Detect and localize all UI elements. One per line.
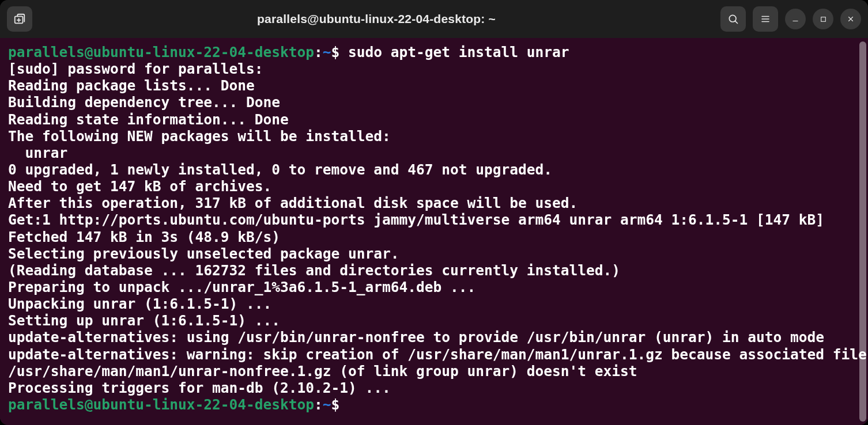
- terminal-window: parallels@ubuntu-linux-22-04-desktop: ~: [0, 0, 868, 425]
- command-text: sudo apt-get install unrar: [348, 44, 569, 60]
- svg-rect-9: [821, 17, 825, 21]
- output-line: Fetched 147 kB in 3s (48.9 kB/s): [8, 229, 280, 245]
- output-line: After this operation, 317 kB of addition…: [8, 195, 578, 211]
- titlebar: parallels@ubuntu-linux-22-04-desktop: ~: [0, 0, 868, 38]
- prompt-separator: :: [314, 44, 323, 60]
- output-line: Get:1 http://ports.ubuntu.com/ubuntu-por…: [8, 211, 824, 228]
- minimize-icon: [791, 15, 799, 23]
- terminal-output: parallels@ubuntu-linux-22-04-desktop:~$ …: [8, 44, 868, 413]
- prompt-user-host: parallels@ubuntu-linux-22-04-desktop: [8, 44, 314, 60]
- maximize-button[interactable]: [813, 9, 833, 29]
- search-button[interactable]: [720, 6, 746, 32]
- output-line: Reading package lists... Done: [8, 77, 255, 94]
- output-line: Setting up unrar (1:6.1.5-1) ...: [8, 312, 280, 329]
- output-line: Reading state information... Done: [8, 111, 289, 128]
- titlebar-right-group: [720, 6, 861, 32]
- new-tab-button[interactable]: [7, 6, 32, 32]
- output-line: Selecting previously unselected package …: [8, 245, 399, 262]
- menu-button[interactable]: [753, 6, 778, 32]
- prompt-end: $: [331, 396, 340, 413]
- output-line: Processing triggers for man-db (2.10.2-1…: [8, 380, 391, 396]
- new-tab-icon: [13, 13, 26, 25]
- output-line: update-alternatives: warning: skip creat…: [8, 346, 868, 380]
- output-line: (Reading database ... 162732 files and d…: [8, 262, 620, 279]
- output-line: [sudo] password for parallels:: [8, 60, 263, 77]
- output-line: update-alternatives: using /usr/bin/unra…: [8, 329, 824, 346]
- minimize-button[interactable]: [785, 9, 806, 29]
- hamburger-icon: [760, 14, 771, 24]
- window-title: parallels@ubuntu-linux-22-04-desktop: ~: [37, 12, 716, 26]
- output-line: Unpacking unrar (1:6.1.5-1) ...: [8, 295, 271, 312]
- terminal-body[interactable]: parallels@ubuntu-linux-22-04-desktop:~$ …: [0, 38, 868, 425]
- output-line: Building dependency tree... Done: [8, 94, 280, 111]
- output-line: 0 upgraded, 1 newly installed, 0 to remo…: [8, 161, 552, 178]
- prompt-path: ~: [323, 44, 331, 60]
- prompt-path: ~: [323, 396, 331, 413]
- maximize-icon: [820, 16, 827, 23]
- prompt-separator: :: [314, 396, 323, 413]
- scrollbar-track[interactable]: [859, 41, 866, 422]
- prompt-user-host: parallels@ubuntu-linux-22-04-desktop: [8, 396, 314, 413]
- output-line: unrar: [8, 145, 67, 161]
- close-icon: [847, 15, 855, 23]
- output-line: Need to get 147 kB of archives.: [8, 178, 271, 195]
- output-line: The following NEW packages will be insta…: [8, 128, 391, 145]
- close-button[interactable]: [840, 9, 861, 29]
- scrollbar-thumb[interactable]: [859, 41, 866, 422]
- output-line: Preparing to unpack .../unrar_1%3a6.1.5-…: [8, 279, 475, 295]
- prompt-end: $: [331, 44, 340, 60]
- search-icon: [727, 13, 739, 25]
- titlebar-left-group: [7, 6, 32, 32]
- svg-line-4: [735, 21, 737, 23]
